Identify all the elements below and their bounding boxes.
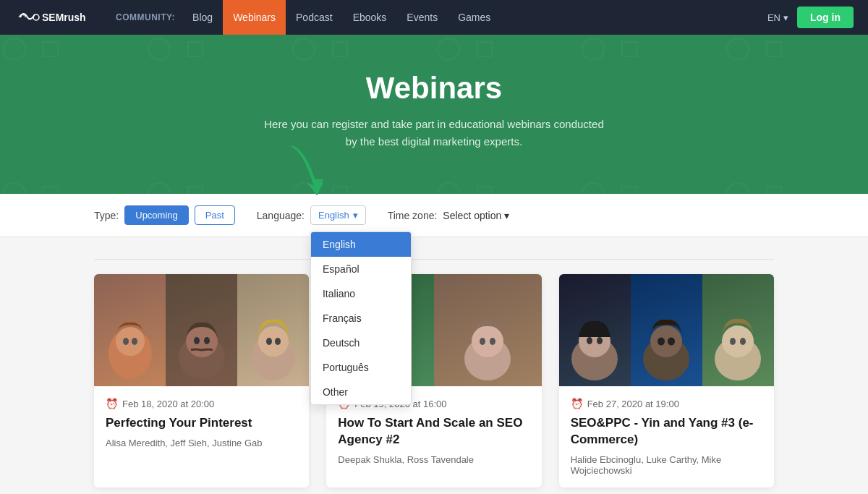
language-option-english[interactable]: English	[311, 232, 411, 257]
svg-point-33	[740, 338, 746, 345]
svg-point-29	[668, 338, 675, 346]
language-option-other[interactable]: Other	[311, 380, 411, 404]
svg-point-25	[597, 337, 603, 344]
card-3-image	[559, 274, 774, 386]
svg-point-32	[730, 338, 736, 345]
divider	[94, 259, 774, 260]
type-filter: Type: Upcoming Past	[94, 205, 235, 225]
language-switcher[interactable]: EN ▾	[767, 12, 788, 23]
type-label: Type:	[94, 210, 119, 221]
svg-point-20	[480, 338, 485, 345]
community-label: COMMUNITY:	[116, 12, 175, 22]
svg-point-31	[722, 325, 754, 357]
nav-events[interactable]: Events	[396, 0, 448, 35]
webinar-card-1[interactable]: ⏰ Feb 18, 2020 at 20:00 Perfecting Your …	[94, 274, 309, 487]
past-button[interactable]: Past	[195, 205, 235, 225]
svg-point-11	[258, 326, 289, 357]
language-option-portugues[interactable]: Português	[311, 355, 411, 380]
nav-links: Blog Webinars Podcast Ebooks Events Game…	[182, 0, 767, 35]
card-3-body: ⏰ Feb 27, 2020 at 19:00 SEO&PPC - Yin an…	[559, 386, 774, 487]
hero-subtitle: Here you can register and take part in e…	[260, 116, 608, 150]
language-dropdown-menu: English Español Italiano Français Deutsc…	[310, 231, 412, 405]
svg-point-12	[266, 338, 272, 345]
card-1-authors: Alisa Meredith, Jeff Sieh, Justine Gab	[106, 438, 297, 448]
hero-section: Webinars Here you can register and take …	[0, 35, 868, 194]
nav-webinars[interactable]: Webinars	[223, 0, 286, 35]
clock-icon: ⏰	[571, 398, 583, 409]
svg-point-5	[132, 338, 137, 345]
svg-point-8	[194, 337, 200, 344]
language-filter: Language: English ▾ English Español Ital…	[257, 205, 366, 225]
language-selected-value: English	[318, 210, 349, 221]
svg-point-27	[650, 325, 682, 357]
hero-title: Webinars	[366, 71, 502, 106]
svg-point-9	[204, 337, 210, 344]
card-3-title: SEO&PPC - Yin and Yang #3 (e-Commerce)	[571, 415, 762, 448]
timezone-select[interactable]: Select option ▾	[443, 210, 509, 221]
upcoming-button[interactable]: Upcoming	[124, 205, 189, 225]
content-section: ⏰ Feb 18, 2020 at 20:00 Perfecting Your …	[0, 237, 868, 494]
nav-blog[interactable]: Blog	[182, 0, 223, 35]
clock-icon: ⏰	[106, 398, 118, 409]
card-3-authors: Halide Ebcinoglu, Luke Carthy, Mike Wojc…	[571, 454, 762, 476]
card-2-authors: Deepak Shukla, Ross Tavendale	[338, 454, 529, 465]
card-1-title: Perfecting Your Pinterest	[106, 415, 297, 432]
navbar: SEMrush COMMUNITY: Blog Webinars Podcast…	[0, 0, 868, 35]
svg-point-28	[658, 338, 665, 346]
svg-text:SEMrush: SEMrush	[42, 12, 86, 23]
timezone-label: Time zone:	[388, 210, 438, 221]
nav-games[interactable]: Games	[448, 0, 501, 35]
svg-point-19	[472, 325, 503, 357]
svg-point-3	[116, 327, 145, 356]
svg-point-21	[490, 338, 495, 345]
svg-point-13	[275, 338, 281, 345]
language-dropdown-wrapper: English ▾ English Español Italiano Franç…	[310, 205, 366, 225]
logo[interactable]: SEMrush	[14, 7, 101, 27]
language-label: Language:	[257, 210, 305, 221]
card-3-date: ⏰ Feb 27, 2020 at 19:00	[571, 398, 762, 409]
card-1-body: ⏰ Feb 18, 2020 at 20:00 Perfecting Your …	[94, 386, 309, 460]
language-option-italiano[interactable]: Italiano	[311, 281, 411, 306]
webinars-grid: ⏰ Feb 18, 2020 at 20:00 Perfecting Your …	[94, 274, 774, 487]
language-option-francais[interactable]: Français	[311, 306, 411, 331]
svg-point-24	[587, 337, 592, 344]
timezone-placeholder: Select option	[443, 210, 501, 221]
card-1-date: ⏰ Feb 18, 2020 at 20:00	[106, 398, 297, 409]
svg-point-4	[123, 338, 129, 345]
language-option-espanol[interactable]: Español	[311, 257, 411, 281]
svg-point-0	[33, 14, 39, 20]
timezone-filter: Time zone: Select option ▾	[388, 210, 510, 221]
language-option-deutsch[interactable]: Deutsch	[311, 331, 411, 355]
nav-podcast[interactable]: Podcast	[286, 0, 343, 35]
webinar-card-3[interactable]: ⏰ Feb 27, 2020 at 19:00 SEO&PPC - Yin an…	[559, 274, 774, 487]
nav-ebooks[interactable]: Ebooks	[343, 0, 397, 35]
navbar-right: EN ▾ Log in	[767, 7, 854, 28]
card-2-title: How To Start And Scale an SEO Agency #2	[338, 415, 529, 448]
card-1-image	[94, 274, 309, 386]
language-dropdown-button[interactable]: English ▾	[310, 205, 366, 225]
login-button[interactable]: Log in	[797, 7, 854, 28]
filters-section: Type: Upcoming Past Language: English ▾ …	[0, 194, 868, 237]
chevron-down-icon: ▾	[504, 210, 509, 221]
chevron-down-icon: ▾	[353, 210, 358, 221]
